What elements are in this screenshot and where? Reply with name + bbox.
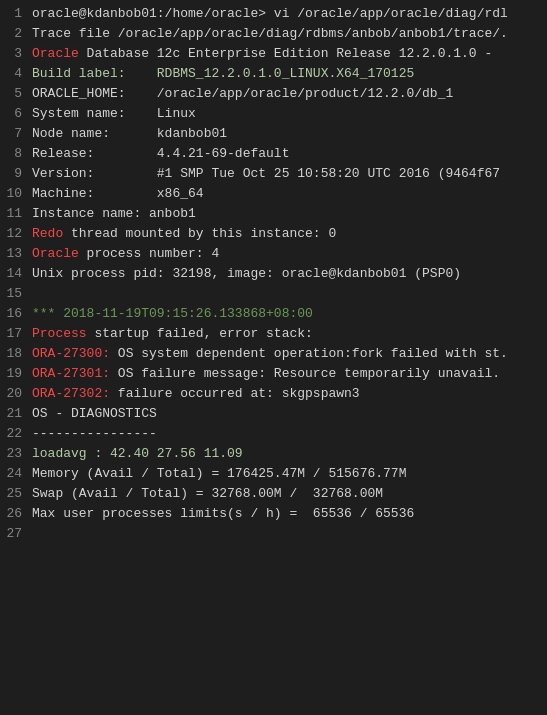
line-number: 11 bbox=[0, 204, 32, 224]
code-segment: ---------------- bbox=[32, 426, 157, 441]
code-segment: oracle@kdanbob01:/home/oracle> vi /oracl… bbox=[32, 6, 508, 21]
line-number: 26 bbox=[0, 504, 32, 524]
line-content: OS - DIAGNOSTICS bbox=[32, 404, 547, 424]
code-line: 24Memory (Avail / Total) = 176425.47M / … bbox=[0, 464, 547, 484]
line-content: ORA-27300: OS system dependent operation… bbox=[32, 344, 547, 364]
line-number: 5 bbox=[0, 84, 32, 104]
line-content: Unix process pid: 32198, image: oracle@k… bbox=[32, 264, 547, 284]
line-number: 7 bbox=[0, 124, 32, 144]
line-content: loadavg : 42.40 27.56 11.09 bbox=[32, 444, 547, 464]
line-content: Max user processes limits(s / h) = 65536… bbox=[32, 504, 547, 524]
line-content: ORA-27301: OS failure message: Resource … bbox=[32, 364, 547, 384]
code-segment: Trace file /oracle/app/oracle/diag/rdbms… bbox=[32, 26, 508, 41]
code-line: 26Max user processes limits(s / h) = 655… bbox=[0, 504, 547, 524]
line-number: 17 bbox=[0, 324, 32, 344]
line-number: 27 bbox=[0, 524, 32, 544]
code-segment: ORA-27302: bbox=[32, 386, 118, 401]
line-number: 8 bbox=[0, 144, 32, 164]
line-content: Release: 4.4.21-69-default bbox=[32, 144, 547, 164]
line-number: 25 bbox=[0, 484, 32, 504]
line-content: Swap (Avail / Total) = 32768.00M / 32768… bbox=[32, 484, 547, 504]
line-number: 3 bbox=[0, 44, 32, 64]
code-segment: Oracle bbox=[32, 46, 87, 61]
code-segment: *** 2018-11-19T09:15:26.133868+08:00 bbox=[32, 306, 313, 321]
line-content: Machine: x86_64 bbox=[32, 184, 547, 204]
line-number: 20 bbox=[0, 384, 32, 404]
line-content: *** 2018-11-19T09:15:26.133868+08:00 bbox=[32, 304, 547, 324]
line-content: oracle@kdanbob01:/home/oracle> vi /oracl… bbox=[32, 4, 547, 24]
line-number: 15 bbox=[0, 284, 32, 304]
code-line: 3Oracle Database 12c Enterprise Edition … bbox=[0, 44, 547, 64]
code-segment: Memory (Avail / Total) = 176425.47M / 51… bbox=[32, 466, 406, 481]
code-segment: Swap (Avail / Total) = 32768.00M / 32768… bbox=[32, 486, 383, 501]
code-segment: Oracle bbox=[32, 246, 87, 261]
code-segment: Version: #1 SMP Tue Oct 25 10:58:20 UTC … bbox=[32, 166, 500, 181]
code-line: 20ORA-27302: failure occurred at: skgpsp… bbox=[0, 384, 547, 404]
line-content: Oracle process number: 4 bbox=[32, 244, 547, 264]
code-line: 16*** 2018-11-19T09:15:26.133868+08:00 bbox=[0, 304, 547, 324]
line-number: 12 bbox=[0, 224, 32, 244]
code-segment: OS - DIAGNOSTICS bbox=[32, 406, 157, 421]
line-number: 10 bbox=[0, 184, 32, 204]
line-number: 16 bbox=[0, 304, 32, 324]
code-viewer: 1oracle@kdanbob01:/home/oracle> vi /orac… bbox=[0, 0, 547, 548]
code-segment: ORACLE_HOME: /oracle/app/oracle/product/… bbox=[32, 86, 453, 101]
code-segment: startup failed, error stack: bbox=[94, 326, 312, 341]
code-segment: Release: 4.4.21-69-default bbox=[32, 146, 289, 161]
code-segment: Process bbox=[32, 326, 94, 341]
code-segment: OS failure message: Resource temporarily… bbox=[118, 366, 500, 381]
code-line: 14Unix process pid: 32198, image: oracle… bbox=[0, 264, 547, 284]
code-line: 17Process startup failed, error stack: bbox=[0, 324, 547, 344]
code-line: 15 bbox=[0, 284, 547, 304]
code-line: 19ORA-27301: OS failure message: Resourc… bbox=[0, 364, 547, 384]
code-segment: thread mounted by this instance: 0 bbox=[71, 226, 336, 241]
code-segment: Instance name: anbob1 bbox=[32, 206, 196, 221]
line-content: Node name: kdanbob01 bbox=[32, 124, 547, 144]
code-line: 22---------------- bbox=[0, 424, 547, 444]
line-content: Build label: RDBMS_12.2.0.1.0_LINUX.X64_… bbox=[32, 64, 547, 84]
line-number: 23 bbox=[0, 444, 32, 464]
line-number: 24 bbox=[0, 464, 32, 484]
code-segment: Database 12c Enterprise Edition Release … bbox=[87, 46, 500, 61]
line-number: 21 bbox=[0, 404, 32, 424]
line-number: 4 bbox=[0, 64, 32, 84]
code-line: 2Trace file /oracle/app/oracle/diag/rdbm… bbox=[0, 24, 547, 44]
code-line: 12Redo thread mounted by this instance: … bbox=[0, 224, 547, 244]
code-line: 23loadavg : 42.40 27.56 11.09 bbox=[0, 444, 547, 464]
line-number: 19 bbox=[0, 364, 32, 384]
code-segment: ORA-27300: bbox=[32, 346, 118, 361]
code-line: 6System name: Linux bbox=[0, 104, 547, 124]
code-line: 1oracle@kdanbob01:/home/oracle> vi /orac… bbox=[0, 4, 547, 24]
code-segment: OS system dependent operation:fork faile… bbox=[118, 346, 508, 361]
code-segment: Redo bbox=[32, 226, 71, 241]
code-line: 5ORACLE_HOME: /oracle/app/oracle/product… bbox=[0, 84, 547, 104]
line-content: Instance name: anbob1 bbox=[32, 204, 547, 224]
code-segment: loadavg : 42.40 27.56 11.09 bbox=[32, 446, 243, 461]
code-line: 10Machine: x86_64 bbox=[0, 184, 547, 204]
code-line: 9Version: #1 SMP Tue Oct 25 10:58:20 UTC… bbox=[0, 164, 547, 184]
code-segment: process number: 4 bbox=[87, 246, 220, 261]
code-line: 4Build label: RDBMS_12.2.0.1.0_LINUX.X64… bbox=[0, 64, 547, 84]
code-segment: System name: Linux bbox=[32, 106, 196, 121]
line-content: ---------------- bbox=[32, 424, 547, 444]
code-segment: Unix process pid: 32198, image: oracle@k… bbox=[32, 266, 461, 281]
line-content: Version: #1 SMP Tue Oct 25 10:58:20 UTC … bbox=[32, 164, 547, 184]
code-line: 18ORA-27300: OS system dependent operati… bbox=[0, 344, 547, 364]
code-segment: Node name: kdanbob01 bbox=[32, 126, 227, 141]
line-content: Redo thread mounted by this instance: 0 bbox=[32, 224, 547, 244]
line-content: ORACLE_HOME: /oracle/app/oracle/product/… bbox=[32, 84, 547, 104]
line-content: Trace file /oracle/app/oracle/diag/rdbms… bbox=[32, 24, 547, 44]
line-number: 13 bbox=[0, 244, 32, 264]
line-number: 22 bbox=[0, 424, 32, 444]
code-segment: Max user processes limits(s / h) = 65536… bbox=[32, 506, 414, 521]
line-number: 14 bbox=[0, 264, 32, 284]
code-line: 7Node name: kdanbob01 bbox=[0, 124, 547, 144]
code-line: 8Release: 4.4.21-69-default bbox=[0, 144, 547, 164]
code-segment: ORA-27301: bbox=[32, 366, 118, 381]
code-line: 25Swap (Avail / Total) = 32768.00M / 327… bbox=[0, 484, 547, 504]
line-number: 2 bbox=[0, 24, 32, 44]
code-segment: Build label: RDBMS_12.2.0.1.0_LINUX.X64_… bbox=[32, 66, 414, 81]
line-number: 9 bbox=[0, 164, 32, 184]
line-number: 1 bbox=[0, 4, 32, 24]
line-content: ORA-27302: failure occurred at: skgpspaw… bbox=[32, 384, 547, 404]
